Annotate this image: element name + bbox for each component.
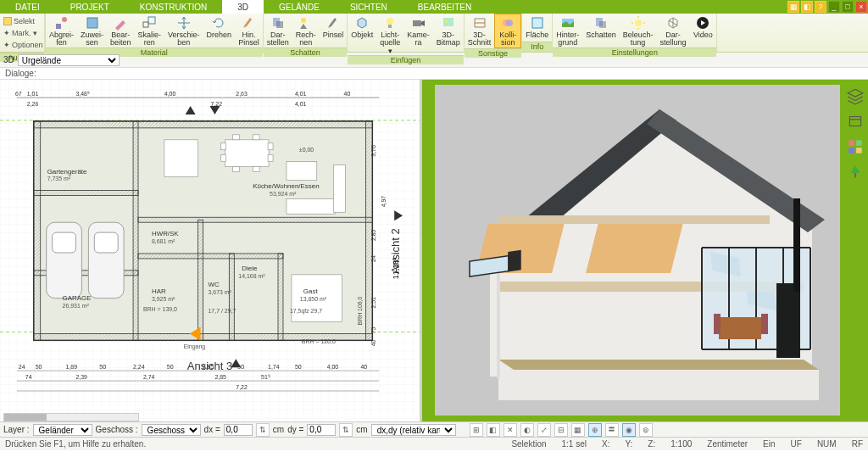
toolbar-icon-3[interactable]: ✕ <box>504 423 517 437</box>
close-button[interactable]: × <box>855 1 867 13</box>
status-scale: 1:100 <box>670 439 692 449</box>
maximize-button[interactable]: □ <box>842 1 854 13</box>
svg-rect-51 <box>287 162 317 181</box>
svg-rect-32 <box>138 254 283 259</box>
3d-bitmap-button[interactable]: 3D- Bitmap <box>433 14 464 55</box>
rechnen-button[interactable]: Rech- nen <box>292 14 320 47</box>
skalieren-button[interactable]: Skalie- ren <box>135 14 165 47</box>
coord-mode-select[interactable]: dx,dy (relativ kartesisch) <box>371 424 456 436</box>
lichtquelle-button[interactable]: Licht- quelle▾ <box>376 14 403 55</box>
darstellen-button[interactable]: Dar- stellen <box>264 14 292 47</box>
toolbar-icon-6[interactable]: ⊟ <box>554 423 568 437</box>
kamera-button[interactable]: Kame- ra <box>403 14 433 55</box>
svg-rect-43 <box>268 155 273 162</box>
svg-point-14 <box>506 20 513 26</box>
tab-3d[interactable]: 3D <box>222 0 264 14</box>
tab-datei[interactable]: DATEI <box>0 0 55 14</box>
beleuchtung-button[interactable]: Beleuch- tung <box>620 14 657 47</box>
window-icon-1[interactable]: ▦ <box>787 1 799 13</box>
dx-stepper[interactable]: ⇅ <box>256 423 270 437</box>
toolbar-icon-8[interactable]: ⊕ <box>588 423 602 437</box>
svg-rect-33 <box>34 190 138 195</box>
svg-rect-121 <box>714 314 721 334</box>
svg-text:4,01: 4,01 <box>295 101 307 107</box>
layer-select[interactable]: Geländer <box>33 424 92 436</box>
svg-text:3,925 m²: 3,925 m² <box>152 296 175 302</box>
svg-text:Diele: Diele <box>242 265 258 272</box>
pinsel-button[interactable]: Pinsel <box>320 14 348 47</box>
svg-text:1,01: 1,01 <box>27 91 39 97</box>
objekt-button[interactable]: Objekt <box>348 14 376 55</box>
darstellung-button[interactable]: Dar- stellung <box>656 14 689 47</box>
furniture-icon[interactable] <box>846 112 865 131</box>
horizontal-scrollbar[interactable] <box>3 413 139 421</box>
tab-projekt[interactable]: PROJEKT <box>55 0 125 14</box>
svg-text:14,168 m²: 14,168 m² <box>238 273 265 279</box>
ribbon: Selekt ✦Mark.▾ ✦Optionen Auswahl Abgrei-… <box>0 14 868 53</box>
video-button[interactable]: Video <box>689 14 716 47</box>
svg-text:17,7 / 29,7: 17,7 / 29,7 <box>209 308 236 314</box>
cm-label-2: cm <box>356 425 367 434</box>
toolbar-icon-5[interactable]: ⤢ <box>537 423 551 437</box>
plan-view-2d[interactable]: Gartengeräte 7,735 m² GARAGE 26,931 m² H… <box>0 80 422 421</box>
window-icon-2[interactable]: ◧ <box>801 1 813 13</box>
tab-konstruktion[interactable]: KONSTRUKTION <box>125 0 222 14</box>
toolbar-icon-9[interactable]: 〓 <box>605 423 619 437</box>
toolbar-icon-4[interactable]: ◐ <box>520 423 534 437</box>
svg-rect-6 <box>276 21 283 28</box>
status-z: Z: <box>648 439 655 449</box>
toolbar-icon-7[interactable]: ▦ <box>571 423 585 437</box>
toolbar-icon-1[interactable]: ⊞ <box>470 423 483 437</box>
selekt-toggle[interactable]: Selekt <box>3 15 41 27</box>
hintergrund-pinsel-button[interactable]: Hin. Pinsel <box>235 14 263 47</box>
svg-text:4,00: 4,00 <box>164 91 176 97</box>
tab-gelaende[interactable]: GELÄNDE <box>264 0 335 14</box>
terrain-dropdown[interactable]: Urgelände <box>18 54 120 66</box>
geschoss-select[interactable]: Geschoss S <box>142 424 201 436</box>
group-info: Info <box>522 42 552 52</box>
schatten-einst-button[interactable]: Schatten <box>582 14 620 47</box>
window-icon-3[interactable]: ? <box>815 1 826 13</box>
layer-label: Layer : <box>3 425 30 434</box>
svg-text:50: 50 <box>36 364 42 370</box>
kollision-button[interactable]: Kolli- sion <box>494 14 521 48</box>
hintergrund-button[interactable]: Hinter- grund <box>553 14 582 47</box>
toolbar-icon-2[interactable]: ◧ <box>487 423 500 437</box>
mark-toggle[interactable]: ✦Mark.▾ <box>3 27 41 39</box>
svg-text:24: 24 <box>19 364 25 370</box>
optionen-toggle[interactable]: ✦Optionen <box>3 39 41 51</box>
group-einstellungen: Einstellungen <box>553 47 716 57</box>
layers-icon[interactable] <box>846 86 865 105</box>
tab-bearbeiten[interactable]: BEARBEITEN <box>403 0 487 14</box>
svg-text:HWR/SK: HWR/SK <box>152 230 179 237</box>
svg-point-12 <box>445 20 448 23</box>
bearbeiten-button[interactable]: Bear- beiten <box>107 14 135 47</box>
svg-rect-18 <box>599 21 606 28</box>
svg-text:3,76: 3,76 <box>370 145 376 157</box>
svg-rect-127 <box>849 120 860 126</box>
drehen-button[interactable]: Drehen <box>203 14 236 47</box>
flaeche-button[interactable]: Fläche <box>522 14 552 42</box>
abgreifen-button[interactable]: Abgrei- fen <box>46 14 77 47</box>
tree-icon[interactable] <box>846 163 865 181</box>
dy-stepper[interactable]: ⇅ <box>339 423 353 437</box>
3d-schnitt-button[interactable]: 3D- Schnitt <box>465 14 495 48</box>
svg-text:40: 40 <box>344 91 351 97</box>
tab-sichten[interactable]: SICHTEN <box>335 0 403 14</box>
status-unit: Zentimeter <box>707 439 748 449</box>
svg-point-7 <box>301 18 306 23</box>
svg-rect-0 <box>56 24 61 29</box>
dy-input[interactable] <box>307 424 336 436</box>
status-bar: Drücken Sie F1, um Hilfe zu erhalten. Se… <box>0 437 868 450</box>
verschieben-button[interactable]: Verschie- ben <box>164 14 203 47</box>
zuweisen-button[interactable]: Zuwei- sen <box>77 14 107 47</box>
svg-rect-44 <box>232 135 239 140</box>
minimize-button[interactable]: _ <box>828 1 840 13</box>
svg-rect-118 <box>586 224 682 273</box>
toolbar-icon-10[interactable]: ◉ <box>622 423 636 437</box>
svg-point-8 <box>387 18 393 25</box>
3d-view[interactable] <box>422 80 868 421</box>
dx-input[interactable] <box>224 424 253 436</box>
toolbar-icon-11[interactable]: ⊚ <box>639 423 653 437</box>
palette-icon[interactable] <box>846 137 865 156</box>
